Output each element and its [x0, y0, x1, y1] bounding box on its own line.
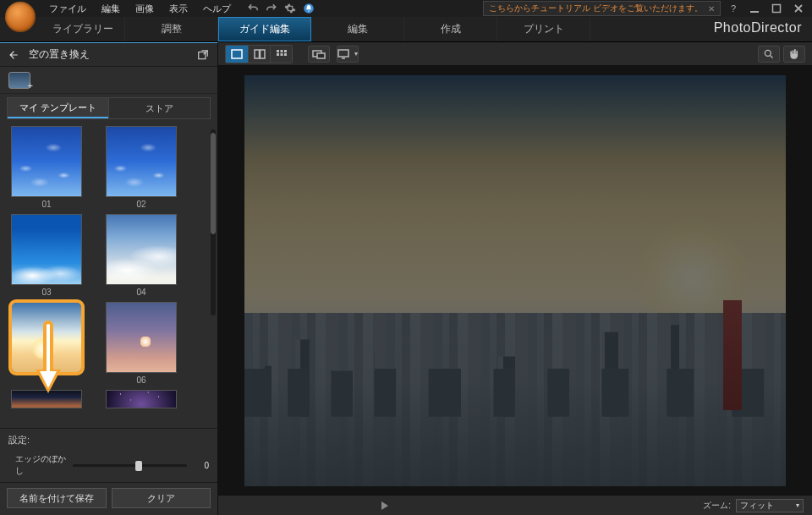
viewer: ▾ ズーム:	[218, 42, 812, 515]
svg-rect-11	[277, 53, 279, 56]
scrollbar[interactable]	[211, 129, 216, 315]
sky-template-02[interactable]: 02	[103, 126, 179, 209]
panel-popout-icon[interactable]	[194, 46, 212, 64]
svg-rect-12	[280, 53, 283, 56]
left-panel: 空の置き換え + マイ テンプレート ストア 01 02	[0, 42, 218, 515]
play-icon[interactable]	[381, 501, 388, 510]
menu-file[interactable]: ファイル	[42, 1, 93, 17]
undo-icon[interactable]	[246, 2, 260, 15]
sky-template-08[interactable]	[103, 390, 179, 408]
mode-tabs: ライブラリー 調整 ガイド編集 編集 作成 プリント PhotoDirector	[0, 17, 812, 42]
display-dropdown-icon[interactable]: ▾	[337, 46, 359, 63]
svg-point-17	[765, 50, 771, 56]
slider-track[interactable]	[73, 464, 187, 467]
add-sky-icon[interactable]: +	[8, 72, 30, 89]
menu-view[interactable]: 表示	[162, 1, 195, 17]
tutorial-banner[interactable]: こちらからチュートリアル ビデオをご覧いただけます。 ✕	[483, 1, 721, 16]
help-icon[interactable]: ?	[726, 3, 741, 14]
redo-icon[interactable]	[265, 2, 278, 15]
titlebar: ファイル 編集 画像 表示 ヘルプ こちらからチュートリアル ビデオをご覧いただ…	[0, 0, 812, 17]
thumb-label: 03	[41, 288, 51, 297]
mode-tab-edit[interactable]: 編集	[311, 17, 404, 41]
viewer-toolbar: ▾	[218, 42, 812, 66]
sky-template-01[interactable]: 01	[8, 126, 85, 209]
mode-tab-guided[interactable]: ガイド編集	[218, 17, 311, 41]
zoom-value: フィット	[740, 500, 774, 512]
settings-gear-icon[interactable]	[283, 2, 297, 15]
edge-feather-slider[interactable]: エッジのぼかし 0	[0, 450, 217, 482]
chevron-down-icon: ▾	[796, 501, 799, 509]
tab-my-templates[interactable]: マイ テンプレート	[8, 98, 108, 118]
sky-template-07[interactable]	[8, 390, 85, 408]
zoom-select[interactable]: フィット ▾	[736, 499, 804, 512]
thumb-label: 01	[41, 200, 51, 209]
sky-template-04[interactable]: 04	[103, 214, 179, 297]
slider-value: 0	[192, 461, 209, 470]
svg-rect-8	[277, 50, 279, 52]
settings-label: 設定:	[0, 428, 217, 450]
thumb-label: 06	[136, 375, 145, 385]
svg-rect-6	[255, 50, 260, 58]
panel-header: 空の置き換え	[0, 43, 217, 67]
svg-rect-7	[260, 50, 265, 58]
svg-rect-3	[773, 5, 781, 13]
svg-rect-5	[232, 50, 242, 58]
slider-label: エッジのぼかし	[15, 453, 68, 477]
slider-thumb[interactable]	[135, 461, 142, 471]
view-compare-icon[interactable]	[248, 46, 270, 63]
notification-bell-icon[interactable]	[302, 2, 315, 15]
mode-tab-adjust[interactable]: 調整	[125, 17, 218, 41]
menubar: ファイル 編集 画像 表示 ヘルプ	[3, 1, 238, 17]
svg-rect-2	[750, 11, 759, 13]
template-thumbnails: 01 02 03 04 05	[0, 124, 217, 428]
view-single-icon[interactable]	[226, 46, 248, 63]
menu-image[interactable]: 画像	[129, 1, 161, 17]
thumb-label: 05	[41, 375, 51, 385]
viewer-footer: ズーム: フィット ▾	[218, 495, 812, 515]
menu-help[interactable]: ヘルプ	[196, 1, 238, 17]
zoom-label: ズーム:	[703, 500, 731, 512]
secondary-display-icon[interactable]	[308, 46, 330, 63]
clear-button[interactable]: クリア	[112, 488, 211, 508]
mode-tab-library[interactable]: ライブラリー	[41, 17, 125, 41]
mode-tab-print[interactable]: プリント	[497, 17, 590, 41]
tutorial-banner-text: こちらからチュートリアル ビデオをご覧いただけます。	[489, 3, 703, 14]
window-maximize-icon[interactable]	[766, 2, 787, 15]
sky-template-06[interactable]: 06	[103, 302, 179, 385]
zoom-tool-icon[interactable]	[758, 46, 780, 63]
sky-template-03[interactable]: 03	[8, 214, 85, 297]
pan-hand-icon[interactable]	[783, 46, 805, 63]
preview-canvas[interactable]	[244, 75, 786, 486]
thumb-label: 02	[136, 200, 145, 209]
menu-edit[interactable]: 編集	[95, 1, 127, 17]
tab-store[interactable]: ストア	[108, 98, 210, 118]
window-minimize-icon[interactable]	[744, 2, 765, 15]
svg-rect-15	[317, 53, 325, 58]
panel-title: 空の置き換え	[29, 47, 187, 62]
app-name: PhotoDirector	[714, 20, 802, 36]
close-icon[interactable]: ✕	[708, 4, 715, 14]
save-as-button[interactable]: 名前を付けて保存	[7, 488, 107, 508]
view-grid-icon[interactable]	[270, 46, 292, 63]
panel-footer: 名前を付けて保存 クリア	[0, 482, 217, 515]
svg-point-1	[308, 10, 310, 12]
mode-tab-create[interactable]: 作成	[404, 17, 497, 41]
window-close-icon[interactable]	[788, 2, 809, 15]
thumb-label: 04	[136, 288, 145, 297]
svg-rect-13	[284, 53, 287, 56]
app-logo	[5, 2, 36, 32]
template-tabs: マイ テンプレート ストア	[7, 97, 211, 119]
svg-rect-16	[338, 50, 348, 57]
svg-rect-9	[280, 50, 283, 52]
svg-rect-10	[284, 50, 287, 52]
back-arrow-icon[interactable]	[5, 47, 22, 63]
sky-template-05[interactable]: 05	[8, 302, 85, 385]
